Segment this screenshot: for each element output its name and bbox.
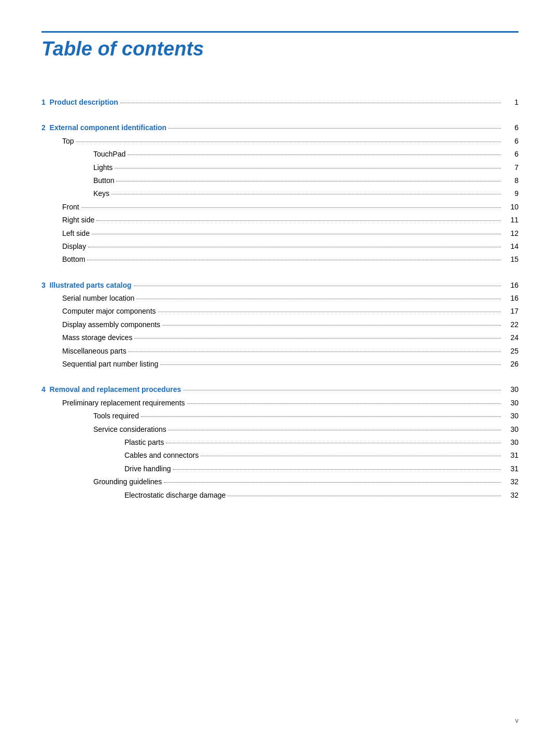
toc-entries: 1 Product description12 External compone… bbox=[41, 96, 519, 501]
toc-label: Electrostatic discharge damage bbox=[41, 489, 226, 501]
toc-label: Serial number location bbox=[41, 292, 134, 304]
toc-page: 30 bbox=[503, 397, 519, 409]
toc-entry: Top6 bbox=[41, 135, 519, 147]
toc-gap bbox=[41, 109, 519, 122]
toc-label[interactable]: 4 Removal and replacement procedures bbox=[41, 384, 181, 395]
toc-label: Service considerations bbox=[41, 424, 166, 435]
toc-entry: Service considerations30 bbox=[41, 424, 519, 435]
toc-entry: Serial number location16 bbox=[41, 292, 519, 304]
toc-entry: Lights7 bbox=[41, 162, 519, 173]
toc-dots bbox=[228, 496, 501, 496]
toc-dots bbox=[173, 469, 501, 470]
toc-page: 6 bbox=[503, 135, 519, 147]
toc-dots bbox=[115, 168, 501, 168]
toc-entry: Front10 bbox=[41, 201, 519, 213]
toc-entry: Left side12 bbox=[41, 228, 519, 239]
toc-page: 31 bbox=[503, 463, 519, 474]
toc-dots bbox=[134, 338, 501, 339]
toc-label: Grounding guidelines bbox=[41, 476, 162, 487]
toc-entry: 2 External component identification6 bbox=[41, 122, 519, 133]
toc-page: 22 bbox=[503, 319, 519, 330]
toc-entry: Sequential part number listing26 bbox=[41, 358, 519, 370]
toc-page: 16 bbox=[503, 292, 519, 304]
toc-page: 16 bbox=[503, 279, 519, 291]
toc-label: Cables and connectors bbox=[41, 449, 199, 461]
toc-page: 1 bbox=[503, 96, 519, 108]
toc-label: Preliminary replacement requirements bbox=[41, 397, 185, 409]
toc-label: Top bbox=[41, 135, 74, 147]
toc-label: TouchPad bbox=[41, 148, 125, 160]
toc-page: 12 bbox=[503, 228, 519, 239]
toc-entry: Display assembly components22 bbox=[41, 319, 519, 330]
toc-dots bbox=[88, 247, 501, 247]
toc-dots bbox=[76, 142, 501, 142]
toc-dots bbox=[81, 207, 501, 208]
toc-label: Mass storage devices bbox=[41, 332, 132, 343]
toc-page: 6 bbox=[503, 148, 519, 160]
toc-entry: Electrostatic discharge damage32 bbox=[41, 489, 519, 501]
toc-entry: Keys9 bbox=[41, 188, 519, 199]
toc-gap bbox=[41, 371, 519, 384]
toc-page: 30 bbox=[503, 410, 519, 421]
toc-label: Plastic parts bbox=[41, 437, 164, 448]
toc-dots bbox=[183, 390, 501, 390]
toc-entry: Button8 bbox=[41, 175, 519, 186]
toc-label: Front bbox=[41, 201, 79, 213]
toc-dots bbox=[169, 430, 501, 430]
toc-dots bbox=[160, 364, 501, 365]
toc-entry: TouchPad6 bbox=[41, 148, 519, 160]
toc-entry: 3 Illustrated parts catalog16 bbox=[41, 279, 519, 291]
toc-entry: 4 Removal and replacement procedures30 bbox=[41, 384, 519, 395]
toc-dots bbox=[116, 181, 501, 181]
toc-dots bbox=[87, 260, 501, 260]
toc-label: Miscellaneous parts bbox=[41, 345, 127, 357]
toc-dots bbox=[201, 456, 501, 456]
toc-page: 30 bbox=[503, 384, 519, 395]
toc-dots bbox=[92, 234, 501, 234]
page-container: Table of contents 1 Product description1… bbox=[0, 0, 560, 544]
toc-dots bbox=[141, 416, 501, 417]
toc-entry: Computer major components17 bbox=[41, 305, 519, 317]
toc-entry: Display14 bbox=[41, 241, 519, 252]
toc-dots bbox=[162, 325, 501, 326]
toc-entry: Grounding guidelines32 bbox=[41, 476, 519, 487]
toc-gap bbox=[41, 267, 519, 279]
page-title: Table of contents bbox=[41, 38, 519, 60]
toc-dots bbox=[111, 194, 501, 194]
toc-label[interactable]: 2 External component identification bbox=[41, 122, 166, 133]
toc-dots bbox=[164, 482, 501, 483]
toc-dots bbox=[129, 352, 501, 352]
toc-entry: Right side11 bbox=[41, 214, 519, 226]
toc-page: 24 bbox=[503, 332, 519, 343]
toc-label: Button bbox=[41, 175, 114, 186]
toc-page: 30 bbox=[503, 424, 519, 435]
toc-page: 7 bbox=[503, 162, 519, 173]
toc-entry: Tools required30 bbox=[41, 410, 519, 421]
title-section: Table of contents bbox=[41, 38, 519, 65]
toc-page: 32 bbox=[503, 489, 519, 501]
toc-page: 32 bbox=[503, 476, 519, 487]
page-number: v bbox=[515, 716, 519, 724]
toc-label[interactable]: 3 Illustrated parts catalog bbox=[41, 279, 132, 291]
toc-entry: Mass storage devices24 bbox=[41, 332, 519, 343]
toc-entry: Drive handling31 bbox=[41, 463, 519, 474]
toc-entry: Bottom15 bbox=[41, 254, 519, 265]
toc-dots bbox=[169, 128, 501, 129]
toc-label[interactable]: 1 Product description bbox=[41, 96, 118, 108]
toc-label: Tools required bbox=[41, 410, 139, 421]
toc-page: 10 bbox=[503, 201, 519, 213]
toc-entry: Preliminary replacement requirements30 bbox=[41, 397, 519, 409]
toc-dots bbox=[96, 220, 501, 221]
toc-label: Computer major components bbox=[41, 305, 156, 317]
toc-page: 30 bbox=[503, 437, 519, 448]
toc-label: Drive handling bbox=[41, 463, 171, 474]
toc-label: Lights bbox=[41, 162, 113, 173]
toc-entry: Plastic parts30 bbox=[41, 437, 519, 448]
toc-label: Left side bbox=[41, 228, 90, 239]
toc-label: Display assembly components bbox=[41, 319, 160, 330]
toc-page: 11 bbox=[503, 214, 519, 226]
toc-label: Bottom bbox=[41, 254, 85, 265]
toc-label: Display bbox=[41, 241, 86, 252]
toc-dots bbox=[120, 103, 501, 103]
toc-page: 8 bbox=[503, 175, 519, 186]
